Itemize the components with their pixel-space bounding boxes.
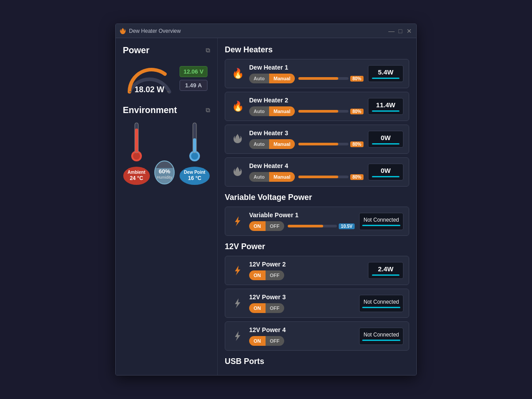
power-12v-2-toggle[interactable]: ON OFF (249, 270, 284, 280)
dewpoint-label: Dew Point 16 °C (180, 167, 210, 185)
variable-power-1-fill (288, 225, 323, 227)
power-12v-4-status: Not Connected (362, 332, 400, 338)
humidity-label-text: Humidity (157, 175, 173, 180)
variable-power-1-slider[interactable]: 10.5V (288, 222, 355, 231)
power-12v-3-on-btn[interactable]: ON (249, 303, 266, 313)
ambient-therm-svg (129, 121, 145, 165)
variable-power-1-status-box: Not Connected (359, 213, 403, 230)
dew-heater-1-fill (298, 77, 338, 80)
flame-icon-2: 🔥 (232, 101, 244, 112)
power-12v-4-name: 12V Power 4 (249, 326, 355, 333)
env-header: Environment ⧉ (123, 105, 210, 115)
power-12v-section: 12V Power 12V Power 2 ON OFF (225, 242, 409, 351)
power-12v-2-value: 2.4W (372, 265, 399, 273)
svg-rect-3 (135, 129, 138, 153)
power-external-link-icon[interactable]: ⧉ (206, 47, 210, 54)
dew-heater-4-value: 0W (372, 167, 399, 174)
variable-power-1-on-btn[interactable]: ON (249, 221, 266, 231)
titlebar: Dew Heater Overview — □ ✕ (116, 24, 416, 38)
variable-voltage-title: Variable Voltage Power (225, 193, 409, 202)
dew-heater-1-bar (372, 78, 399, 79)
ambient-value: 24 °C (128, 175, 145, 182)
dew-heater-4-mode-toggle[interactable]: Auto Manual (249, 172, 295, 182)
dew-heater-1-slider[interactable]: 80% (298, 74, 364, 83)
power-12v-4-off-btn[interactable]: OFF (266, 336, 284, 346)
dew-heater-3-value-box: 0W (368, 131, 403, 148)
dew-heater-3-fill (298, 143, 338, 145)
minimize-button[interactable]: — (388, 27, 395, 35)
dew-heater-4-auto-btn[interactable]: Auto (249, 172, 269, 182)
power-12v-4-toggle[interactable]: ON OFF (249, 336, 284, 346)
dew-heater-2-slider[interactable]: 80% (298, 107, 364, 116)
dew-heater-3-slider[interactable]: 80% (298, 140, 364, 149)
close-button[interactable]: ✕ (406, 27, 413, 35)
power-12v-3-off-btn[interactable]: OFF (266, 303, 284, 313)
power-section: Power ⧉ 18.02 W (123, 45, 210, 96)
power-12v-3-body: 12V Power 3 ON OFF (249, 293, 355, 313)
dew-heater-2-manual-btn[interactable]: Manual (269, 106, 295, 116)
dew-heater-3-card: Dew Heater 3 Auto Manual 80% (225, 125, 409, 154)
dew-heaters-section: Dew Heaters 🔥 Dew Heater 1 Auto Manual (225, 45, 409, 187)
power-title: Power (123, 45, 149, 55)
usb-ports-title: USB Ports (225, 357, 409, 366)
dew-heater-4-icon (231, 165, 245, 179)
variable-power-1-toggle[interactable]: ON OFF (249, 221, 284, 231)
dew-heater-3-bar (372, 143, 399, 145)
flame-icon-1: 🔥 (232, 68, 244, 79)
power-12v-3-name: 12V Power 3 (249, 293, 355, 301)
dew-heater-2-fill (298, 110, 338, 113)
power-12v-2-on-btn[interactable]: ON (249, 270, 266, 280)
power-12v-3-status-box: Not Connected (359, 295, 403, 312)
bolt-icon-12v2 (231, 264, 244, 277)
dew-heater-3-controls: Auto Manual 80% (249, 139, 364, 149)
variable-power-1-off-btn[interactable]: OFF (266, 221, 284, 231)
dew-heater-1-body: Dew Heater 1 Auto Manual 80% (249, 64, 364, 83)
power-12v-3-toggle[interactable]: ON OFF (249, 303, 284, 313)
power-12v-4-on-btn[interactable]: ON (249, 336, 266, 346)
dew-heater-2-bar (372, 110, 399, 112)
dew-heater-3-auto-btn[interactable]: Auto (249, 139, 269, 149)
dew-heater-1-manual-btn[interactable]: Manual (269, 74, 295, 83)
env-external-link-icon[interactable]: ⧉ (206, 106, 210, 114)
ambient-thermometer: Ambient 24 °C (123, 121, 150, 185)
power-value: 18.02 W (134, 85, 164, 94)
dew-heater-4-manual-btn[interactable]: Manual (269, 172, 295, 182)
dew-heater-1-mode-toggle[interactable]: Auto Manual (249, 74, 295, 83)
env-title: Environment (123, 105, 177, 115)
dew-heater-4-track (298, 176, 348, 178)
variable-power-1-icon (231, 214, 245, 228)
dew-heater-2-card: 🔥 Dew Heater 2 Auto Manual (225, 92, 409, 121)
dew-heater-1-track (298, 77, 348, 80)
dew-heater-2-icon: 🔥 (231, 99, 245, 113)
bolt-icon-12v3 (231, 297, 244, 309)
variable-power-1-controls: ON OFF 10.5V (249, 221, 355, 231)
dew-heater-2-pct: 80% (350, 109, 364, 114)
power-12v-2-off-btn[interactable]: OFF (266, 270, 284, 280)
variable-power-1-body: Variable Power 1 ON OFF 10.5V (249, 211, 355, 231)
dew-heater-1-value-box: 5.4W (368, 65, 403, 82)
dew-heater-2-controls: Auto Manual 80% (249, 106, 364, 116)
power-12v-2-bar (372, 274, 399, 276)
dew-heater-2-body: Dew Heater 2 Auto Manual 80% (249, 97, 364, 116)
dewpoint-therm-svg (187, 121, 203, 165)
maximize-button[interactable]: □ (397, 27, 404, 35)
power-12v-3-status: Not Connected (362, 299, 400, 305)
power-12v-2-name: 12V Power 2 (249, 261, 364, 268)
dew-heater-1-pct: 80% (350, 76, 364, 82)
dew-heater-4-fill (298, 176, 338, 178)
dew-heater-4-slider[interactable]: 80% (298, 172, 364, 181)
dew-heater-1-auto-btn[interactable]: Auto (249, 74, 269, 83)
main-window: Dew Heater Overview — □ ✕ Power ⧉ (115, 23, 417, 376)
right-panel[interactable]: Dew Heaters 🔥 Dew Heater 1 Auto Manual (218, 38, 416, 375)
dew-heater-2-auto-btn[interactable]: Auto (249, 106, 269, 116)
dew-heater-3-manual-btn[interactable]: Manual (269, 139, 295, 149)
power-12v-4-body: 12V Power 4 ON OFF (249, 326, 355, 346)
ambient-label: Ambient 24 °C (123, 167, 150, 185)
power-12v-title: 12V Power (225, 242, 409, 251)
app-icon (119, 27, 126, 35)
dew-heater-3-pct: 80% (350, 141, 364, 147)
dew-heater-3-mode-toggle[interactable]: Auto Manual (249, 139, 295, 149)
flame-icon-3-svg (231, 133, 244, 145)
dew-heater-4-pct: 80% (350, 174, 364, 180)
dew-heater-2-mode-toggle[interactable]: Auto Manual (249, 106, 295, 116)
